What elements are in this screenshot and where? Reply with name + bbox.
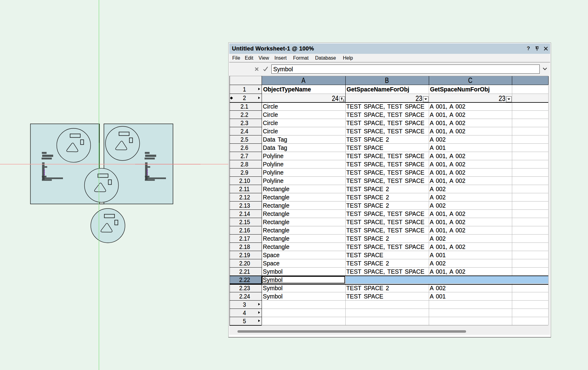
svg-text:1: 1 bbox=[343, 99, 344, 102]
